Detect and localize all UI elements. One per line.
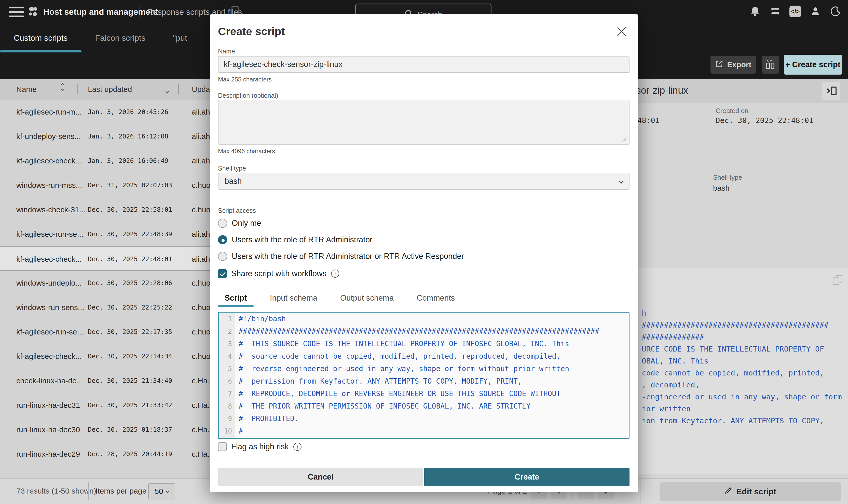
info-icon[interactable]: i bbox=[331, 270, 339, 278]
line-number: 1 bbox=[219, 315, 235, 323]
items-per-page-select[interactable]: 50 bbox=[148, 483, 175, 500]
column-header-name[interactable]: Name bbox=[16, 85, 37, 94]
modal-tab[interactable]: Input schema bbox=[263, 289, 324, 307]
compare-columns-icon-button[interactable] bbox=[762, 56, 779, 74]
results-count: 73 results (1-50 shown) bbox=[16, 487, 96, 496]
name-input[interactable] bbox=[218, 56, 630, 73]
edit-script-button[interactable]: Edit script bbox=[659, 482, 841, 501]
page-tab[interactable]: Falcon scripts bbox=[82, 24, 159, 52]
checkbox-icon bbox=[218, 443, 227, 451]
export-button[interactable]: Export bbox=[710, 56, 756, 74]
resize-grip-icon[interactable] bbox=[621, 137, 626, 142]
editor-line: 6 # permission from Keyfactor. ANY ATTEM… bbox=[219, 375, 629, 388]
create-script-modal: Create script Name Max 255 characters De… bbox=[210, 14, 638, 492]
chevron-down-icon[interactable] bbox=[166, 86, 169, 95]
modal-tab[interactable]: Comments bbox=[410, 289, 461, 307]
modal-tab[interactable]: Output schema bbox=[334, 289, 400, 307]
script-access-option[interactable]: Users with the role of RTR Administrator bbox=[218, 234, 372, 246]
footer-divider bbox=[88, 482, 89, 501]
pencil-icon bbox=[724, 486, 732, 497]
script-access-option[interactable]: Users with the role of RTR Administrator… bbox=[218, 250, 464, 263]
collapse-panel-button[interactable] bbox=[822, 82, 841, 100]
last-updated-cell: Dec. 30, 2025 22:28:06 bbox=[88, 279, 172, 287]
radio-icon bbox=[218, 252, 227, 261]
column-header-last-updated[interactable]: Last updated bbox=[88, 85, 132, 94]
script-access-option[interactable]: Only me bbox=[218, 217, 261, 229]
name-field-helper: Max 255 characters bbox=[218, 76, 272, 83]
page-tabs: Custom scripts Falcon scripts "put bbox=[0, 24, 201, 52]
info-icon[interactable]: i bbox=[293, 443, 301, 451]
preview-code-line: -engineered or used in any way, shape or… bbox=[642, 391, 842, 403]
preview-code-line: h bbox=[642, 307, 842, 319]
modal-title: Create script bbox=[218, 25, 285, 38]
shell-type-select[interactable]: bash bbox=[218, 173, 630, 190]
shell-type-label: Shell type bbox=[218, 165, 246, 172]
app-root: Host setup and management Response scrip… bbox=[0, 0, 848, 504]
preview-code-line: ########################################… bbox=[642, 319, 842, 331]
cancel-button[interactable]: Cancel bbox=[218, 468, 423, 486]
modal-tab[interactable]: Script bbox=[218, 289, 254, 307]
hamburger-menu-icon[interactable] bbox=[8, 6, 24, 17]
script-code-editor[interactable]: 1 #!/bin/bash 2 ########################… bbox=[218, 312, 630, 439]
script-name-cell: windows-run-mss... bbox=[16, 181, 82, 190]
top-right-icons: </> bbox=[749, 5, 842, 17]
last-updated-cell: Dec. 30, 2025 21:33:42 bbox=[88, 401, 172, 409]
user-icon[interactable] bbox=[810, 5, 821, 17]
create-script-button[interactable]: + Create script bbox=[784, 55, 842, 75]
code-text: # reverse-engineered or used in any way,… bbox=[238, 364, 569, 373]
breadcrumb-product-title: Host setup and management bbox=[43, 6, 158, 17]
editor-line: 7 # REPRODUCE, DECOMPILE or REVERSE-ENGI… bbox=[219, 388, 629, 400]
script-name-cell: windows-check-31... bbox=[16, 205, 86, 214]
create-button[interactable]: Create bbox=[424, 468, 630, 486]
flag-high-risk-checkbox[interactable]: Flag as high risk i bbox=[218, 442, 301, 451]
preview-code-line: OBAL, INC. This bbox=[642, 355, 842, 367]
preview-code-line: ion from Keyfactor. ANY ATTEMPTS TO COPY… bbox=[642, 415, 842, 427]
code-icon[interactable]: </> bbox=[790, 5, 801, 17]
column-divider bbox=[77, 84, 78, 94]
line-number: 3 bbox=[219, 340, 235, 348]
code-text: # THE PRIOR WRITTEN PERMISSION OF INFOSE… bbox=[238, 402, 530, 410]
sort-icon[interactable] bbox=[61, 84, 64, 91]
panel-created-on-value: Dec. 30, 2025 22:48:01 bbox=[716, 116, 813, 125]
last-updated-cell: Dec. 30, 2025 22:48:39 bbox=[88, 230, 172, 238]
modal-tabs: Script Input schema Output schema Commen… bbox=[218, 289, 471, 307]
editor-line: 2 ######################################… bbox=[219, 325, 629, 338]
code-text: # source code cannot be copied, modified… bbox=[238, 352, 561, 360]
modal-buttons: Cancel Create bbox=[218, 468, 630, 486]
script-name-cell: kf-agilesec-run-se... bbox=[16, 328, 83, 336]
panel-shell-type-label: Shell type bbox=[713, 174, 742, 181]
script-name-cell: kf-agilesec-check... bbox=[16, 157, 82, 165]
line-number: 10 bbox=[219, 427, 235, 435]
script-name-cell: kf-agilesec-run-m... bbox=[16, 108, 82, 116]
checkbox-icon bbox=[218, 269, 227, 278]
description-textarea[interactable] bbox=[218, 100, 630, 145]
close-icon[interactable] bbox=[615, 25, 629, 38]
script-preview-code: h#######################################… bbox=[642, 271, 842, 427]
share-workflows-checkbox[interactable]: Share script with workflows i bbox=[218, 269, 339, 278]
last-updated-cell: Dec. 30, 2025 22:25:22 bbox=[88, 304, 172, 311]
bell-icon[interactable] bbox=[749, 5, 761, 17]
page-tab[interactable]: "put bbox=[159, 24, 201, 52]
editor-line: 4 # source code cannot be copied, modifi… bbox=[219, 350, 629, 362]
last-updated-cell: Dec. 30, 2025 22:58:01 bbox=[88, 206, 172, 213]
radio-icon bbox=[218, 219, 227, 228]
preview-code-line: ior written bbox=[642, 403, 842, 415]
line-number: 2 bbox=[219, 328, 235, 335]
messages-icon[interactable] bbox=[769, 5, 781, 17]
moon-icon[interactable] bbox=[830, 5, 842, 17]
last-updated-cell: Dec. 30, 2025 21:34:40 bbox=[88, 377, 172, 384]
line-number: 4 bbox=[219, 353, 235, 360]
description-field-label: Description (optional) bbox=[218, 92, 278, 99]
description-field-helper: Max 4096 characters bbox=[218, 148, 275, 155]
last-updated-cell: Dec. 30, 2025 01:18:37 bbox=[88, 426, 172, 433]
line-number: 5 bbox=[219, 365, 235, 373]
script-name-cell: run-linux-ha-dec29 bbox=[16, 450, 80, 458]
page-tab[interactable]: Custom scripts bbox=[0, 24, 82, 52]
line-number: 9 bbox=[219, 415, 235, 422]
code-text: # PROHIBITED. bbox=[238, 414, 299, 423]
last-updated-cell: Jan. 3, 2026 16:06:49 bbox=[88, 157, 168, 164]
script-name-cell: kf-undeploy-sens... bbox=[16, 132, 81, 141]
falcon-logo[interactable] bbox=[28, 5, 40, 19]
breadcrumb-divider bbox=[140, 5, 140, 18]
last-updated-cell: Jan. 3, 2026 16:12:08 bbox=[88, 132, 168, 140]
